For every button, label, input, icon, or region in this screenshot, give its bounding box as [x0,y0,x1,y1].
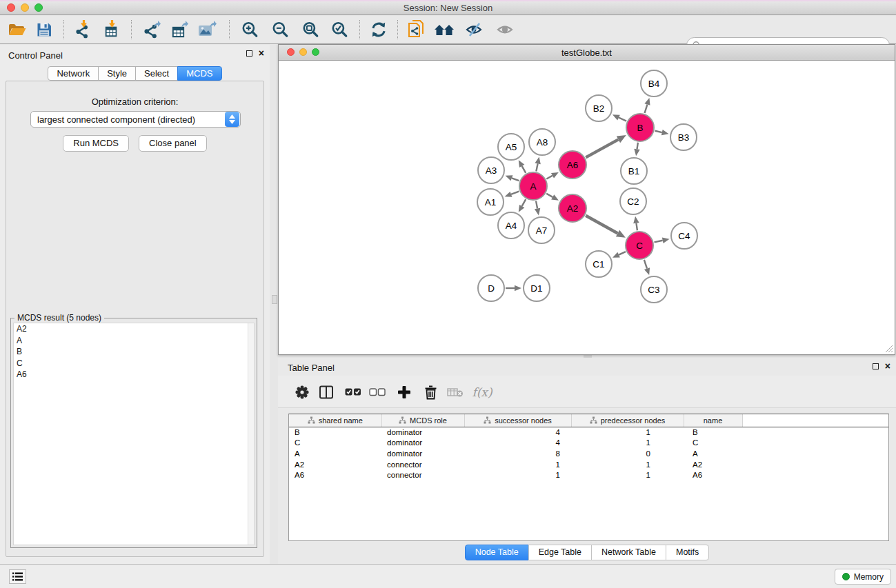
edge-B-B4[interactable] [644,98,650,113]
table-cell[interactable]: 1 [571,459,684,470]
edge-B-B1[interactable] [634,143,639,156]
edge-B-B3[interactable] [655,130,668,135]
table-cell[interactable]: B [289,427,381,438]
graph-node-D[interactable]: D [478,275,504,301]
hide-selected-button[interactable] [464,19,486,40]
edge-D-D1[interactable] [506,285,521,292]
table-cell[interactable]: 8 [464,448,571,459]
optimization-criterion-dropdown[interactable]: largest connected component (directed) [30,111,241,128]
edge-C-C2[interactable] [633,216,639,230]
graph-node-B3[interactable]: B3 [670,124,697,150]
table-row[interactable]: Adominator80A [289,448,889,459]
edge-B-B2[interactable] [613,114,626,121]
edge-A-A4[interactable] [519,199,526,212]
table-cell[interactable]: A [684,448,742,459]
table-cell[interactable]: A2 [289,459,381,470]
network-canvas[interactable]: B4B2BB3A5A8A6A3B1AC2A1A2A4A7C4CC1C3DD1 [279,61,895,354]
show-all-button[interactable] [494,19,516,40]
table-options-button[interactable] [292,383,312,402]
table-cell[interactable]: C [684,438,742,449]
zoom-in-button[interactable] [239,19,261,40]
table-row[interactable]: A6connector11A6 [289,469,889,480]
select-all-button[interactable] [344,383,363,402]
graph-node-A3[interactable]: A3 [478,157,504,183]
graph-node-A7[interactable]: A7 [528,217,555,243]
graph-node-A5[interactable]: A5 [498,134,524,160]
home-button[interactable] [433,19,455,40]
table-cell[interactable]: C [289,438,381,449]
tab-node-table[interactable]: Node Table [465,545,529,560]
table-cell[interactable]: 1 [571,438,684,449]
result-item[interactable]: A2 [14,323,254,335]
tab-style[interactable]: Style [98,66,136,81]
graph-node-C2[interactable]: C2 [620,188,646,214]
table-cell[interactable]: 4 [464,438,571,449]
table-cell[interactable]: 1 [571,427,684,438]
tab-network[interactable]: Network [48,66,99,81]
edge-A-A3[interactable] [506,175,519,181]
edge-A-A5[interactable] [519,160,526,173]
tab-edge-table[interactable]: Edge Table [528,545,592,560]
table-row[interactable]: Cdominator41C [289,438,889,449]
save-session-button[interactable] [33,19,55,40]
graph-node-C[interactable]: C [626,232,653,259]
edge-A-A6[interactable] [546,172,558,179]
close-panel-button[interactable]: Close panel [139,135,207,152]
table-cell[interactable]: A [289,448,381,459]
memory-button[interactable]: Memory [835,569,891,585]
edge-C-C3[interactable] [644,260,650,275]
table-cell[interactable]: 1 [464,469,571,480]
result-item[interactable]: A6 [14,369,254,381]
create-column-button[interactable] [395,383,414,402]
window-resize-grip[interactable] [884,344,893,353]
table-cell[interactable]: connector [381,459,464,470]
table-cell[interactable]: 1 [464,459,571,470]
close-panel-icon[interactable]: × [259,49,264,57]
float-panel-icon[interactable] [246,50,252,57]
graph-node-B1[interactable]: B1 [621,158,647,184]
tab-select[interactable]: Select [135,66,178,81]
refresh-network-button[interactable] [368,19,390,40]
graph-node-A4[interactable]: A4 [498,212,524,239]
edge-A6-B[interactable] [586,135,626,157]
edge-C-C1[interactable] [613,252,626,258]
import-network-button[interactable] [72,19,94,40]
vertical-split-handle[interactable] [272,295,277,304]
delete-columns-button[interactable] [421,383,440,402]
result-item[interactable]: C [14,358,254,369]
table-cell[interactable]: 1 [571,469,684,480]
export-table-button[interactable] [168,19,190,40]
edge-C-C4[interactable] [655,238,670,243]
edge-A2-C[interactable] [586,216,626,238]
new-network-document-button[interactable] [406,19,428,40]
edge-A-A8[interactable] [535,157,540,172]
graph-node-A6[interactable]: A6 [559,151,586,179]
graph-node-D1[interactable]: D1 [524,275,550,301]
graph-node-C1[interactable]: C1 [586,251,612,277]
column-header-predecessor-nodes[interactable]: predecessor nodes [571,414,684,427]
edge-A-A1[interactable] [505,192,519,197]
zoom-selected-button[interactable] [328,19,350,40]
tab-mcds[interactable]: MCDS [177,66,221,81]
show-panel-list-button[interactable] [9,569,26,584]
graph-node-B[interactable]: B [626,114,654,141]
table-cell[interactable]: dominator [381,438,464,449]
result-item[interactable]: B [14,346,254,358]
edge-A-A7[interactable] [535,201,540,216]
tab-motifs[interactable]: Motifs [666,545,709,560]
graph-node-A1[interactable]: A1 [477,189,504,215]
import-table-button[interactable] [101,19,123,40]
table-row[interactable]: A2connector11A2 [289,459,889,470]
table-cell[interactable]: B [684,427,742,438]
graph-node-B4[interactable]: B4 [641,70,667,97]
table-cell[interactable]: 0 [571,448,684,459]
column-header-name[interactable]: name [684,414,742,427]
table-cell[interactable]: A6 [684,469,742,480]
graph-node-C3[interactable]: C3 [641,276,667,303]
graph-node-A[interactable]: A [519,172,547,200]
table-cell[interactable]: dominator [381,427,464,438]
export-image-button[interactable] [196,19,218,40]
graph-node-C4[interactable]: C4 [671,223,697,249]
column-header-MCDS-role[interactable]: MCDS role [381,414,464,427]
node-table[interactable]: shared nameMCDS rolesuccessor nodesprede… [288,414,889,541]
